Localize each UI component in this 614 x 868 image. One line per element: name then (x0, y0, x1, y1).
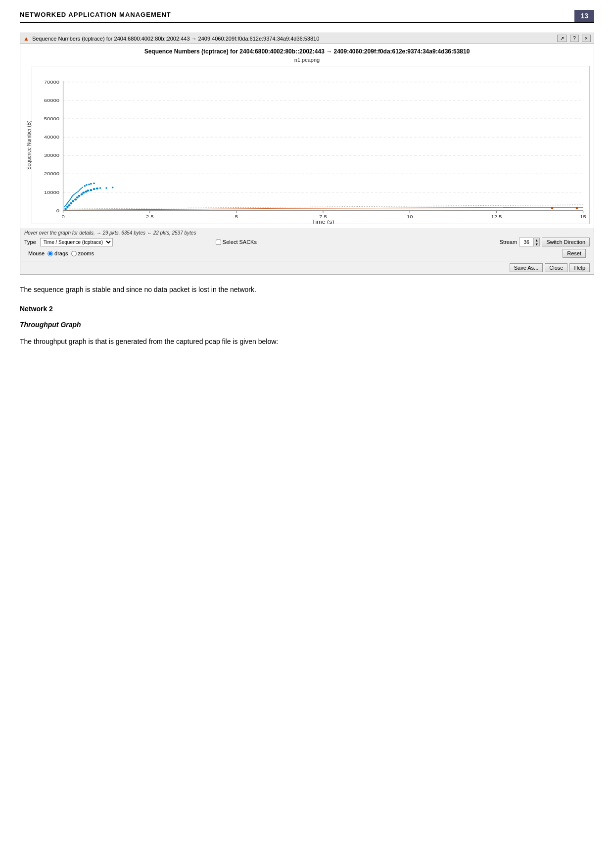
type-label: Type (24, 239, 36, 245)
select-sacks-label: Select SACKs (223, 239, 257, 245)
svg-point-48 (82, 192, 85, 193)
svg-text:0: 0 (61, 214, 64, 219)
svg-point-39 (64, 208, 67, 210)
svg-text:10000: 10000 (44, 190, 59, 194)
svg-point-41 (68, 204, 71, 206)
svg-point-52 (93, 188, 95, 190)
y-axis-label: Sequence Number (B) (24, 66, 32, 224)
svg-point-35 (88, 184, 90, 185)
chart-area[interactable]: 70000 60000 50000 40000 30000 20000 1000… (32, 66, 590, 224)
zooms-label: zooms (78, 250, 94, 256)
stream-up-btn[interactable]: ▲ (533, 238, 539, 242)
stream-spinner: 36 ▲ ▼ (519, 238, 540, 246)
svg-text:30000: 30000 (44, 153, 59, 158)
svg-text:70000: 70000 (44, 80, 59, 85)
svg-text:10: 10 (407, 214, 413, 219)
drags-radio[interactable] (47, 251, 53, 256)
graph-content: Sequence Numbers (tcptrace) for 2404:680… (20, 44, 594, 228)
wireshark-icon: ▲ (23, 35, 29, 42)
mouse-label: Mouse (28, 250, 45, 256)
svg-point-50 (87, 190, 89, 192)
svg-text:5: 5 (235, 214, 238, 219)
svg-text:15: 15 (580, 214, 586, 219)
close-btn[interactable]: Close (545, 263, 567, 272)
svg-point-54 (99, 187, 101, 189)
drags-label: drags (54, 250, 68, 256)
stream-area: Stream 36 ▲ ▼ Switch Direction (500, 238, 590, 246)
svg-point-44 (74, 198, 77, 200)
svg-point-36 (90, 183, 92, 185)
reset-btn[interactable]: Reset (563, 249, 586, 258)
zooms-radio[interactable] (71, 251, 77, 256)
svg-text:7.5: 7.5 (319, 214, 327, 219)
zooms-option: zooms (71, 250, 94, 256)
svg-point-56 (112, 187, 114, 188)
graph-controls: Hover over the graph for details. → 29 p… (20, 228, 594, 261)
svg-point-34 (86, 184, 88, 186)
svg-text:Time (s): Time (s) (312, 219, 334, 224)
page-title: NETWORKED APPLICATION MANAGEMENT (20, 11, 171, 18)
svg-point-42 (70, 202, 72, 204)
svg-point-47 (81, 193, 83, 195)
svg-point-58 (575, 207, 578, 209)
window-titlebar: ▲ Sequence Numbers (tcptrace) for 2404:6… (20, 33, 594, 44)
drags-option: drags (47, 250, 68, 256)
svg-point-37 (93, 183, 95, 184)
select-sacks-area: Select SACKs (216, 239, 257, 245)
svg-text:40000: 40000 (44, 135, 59, 140)
page-number: 13 (574, 10, 594, 22)
mouse-row: Mouse drags zooms Reset (24, 248, 590, 259)
hover-info-text: Hover over the graph for details. → 29 p… (24, 230, 590, 236)
svg-point-53 (96, 188, 98, 190)
switch-direction-btn[interactable]: Switch Direction (542, 238, 590, 246)
svg-point-57 (551, 207, 553, 209)
stability-text: The sequence graph is stable and since n… (20, 285, 594, 295)
svg-text:12.5: 12.5 (491, 214, 502, 219)
svg-point-51 (90, 189, 92, 191)
chart-container: Sequence Number (B) 70000 60000 50000 (24, 66, 590, 224)
stream-value: 36 (520, 239, 533, 245)
window-close-btn[interactable]: × (582, 35, 591, 42)
svg-text:60000: 60000 (44, 98, 59, 103)
svg-point-45 (76, 196, 79, 198)
stream-label: Stream (500, 239, 517, 245)
graph-title: Sequence Numbers (tcptrace) for 2404:680… (24, 48, 590, 55)
window-resize-btn[interactable]: ↗ (557, 35, 567, 42)
network2-heading: Network 2 (20, 305, 594, 313)
page-header: NETWORKED APPLICATION MANAGEMENT 13 (20, 10, 594, 23)
help-btn[interactable]: Help (569, 263, 590, 272)
svg-point-33 (84, 185, 86, 187)
wireshark-window: ▲ Sequence Numbers (tcptrace) for 2404:6… (20, 33, 594, 275)
svg-point-40 (66, 206, 69, 208)
throughput-text: The throughput graph is that is generate… (20, 337, 594, 347)
type-select[interactable]: Time / Sequence (tcptrace) (40, 238, 113, 246)
svg-point-46 (78, 195, 81, 197)
throughput-heading: Throughput Graph (20, 321, 594, 329)
svg-point-43 (72, 200, 74, 202)
svg-text:0: 0 (56, 208, 59, 213)
svg-text:20000: 20000 (44, 171, 59, 176)
stream-down-btn[interactable]: ▼ (533, 242, 539, 246)
bottom-buttons: Save As... Close Help (20, 261, 594, 274)
window-title-text: Sequence Numbers (tcptrace) for 2404:680… (32, 36, 554, 42)
svg-text:50000: 50000 (44, 116, 59, 121)
save-as-btn[interactable]: Save As... (510, 263, 543, 272)
svg-text:2.5: 2.5 (146, 214, 154, 219)
graph-subtitle: n1.pcapng (24, 57, 590, 63)
window-help-btn[interactable]: ? (570, 35, 579, 42)
type-row: Type Time / Sequence (tcptrace) Select S… (24, 238, 590, 246)
svg-point-55 (105, 187, 107, 189)
chart-svg: 70000 60000 50000 40000 30000 20000 1000… (32, 66, 589, 224)
stream-arrows: ▲ ▼ (533, 238, 539, 246)
select-sacks-checkbox[interactable] (216, 240, 221, 245)
